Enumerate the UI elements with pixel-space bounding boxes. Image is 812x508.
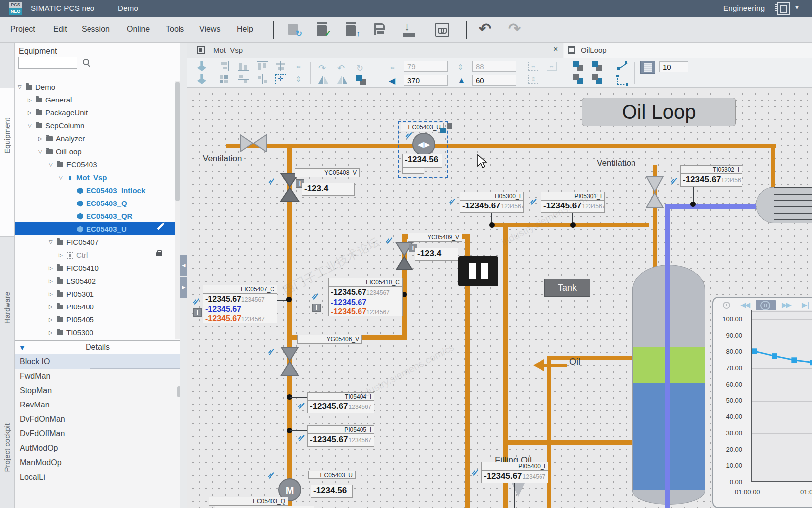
tag-label[interactable]: YC05409_V	[408, 233, 462, 242]
center-vertical-icon[interactable]	[257, 74, 268, 84]
distribute-horizontal-icon[interactable]: ⇔	[294, 61, 305, 71]
refresh-project-icon[interactable]: ↻	[287, 22, 301, 37]
rotate-left-icon[interactable]: ↶	[337, 63, 345, 74]
mode-dropdown-caret-icon[interactable]: ▼	[794, 4, 800, 10]
upload-changes-icon[interactable]: ↑	[345, 22, 359, 37]
value-readout[interactable]: -12345.671234567	[460, 200, 524, 213]
forward-button[interactable]: ▶▶	[782, 301, 790, 309]
menu-tools[interactable]: Tools	[166, 25, 184, 34]
expander-icon[interactable]: ▷	[49, 275, 57, 288]
tree-item-ec05403[interactable]: ▽EC05403	[15, 158, 175, 171]
bring-to-front-icon[interactable]	[592, 61, 602, 71]
trend-plot-area[interactable]	[751, 310, 812, 482]
value-readout[interactable]: -12345.671234567	[541, 200, 605, 213]
tag-label[interactable]: TI05302_I	[680, 165, 742, 174]
tag-label[interactable]: TI05300_I	[460, 192, 524, 200]
flip-horizontal-icon[interactable]	[337, 75, 347, 85]
send-backward-icon[interactable]	[573, 74, 583, 84]
expander-icon[interactable]: ▷	[49, 288, 57, 301]
time-range-icon[interactable]	[723, 302, 730, 309]
menu-edit[interactable]: Edit	[53, 25, 67, 34]
format-brush-icon[interactable]	[197, 74, 206, 84]
pause-button[interactable]	[458, 256, 498, 286]
expander-icon[interactable]: ▽	[38, 145, 46, 158]
expander-icon[interactable]: ▷	[49, 326, 57, 339]
value-readout[interactable]: -123.4	[415, 248, 458, 261]
sidebar-tab-hardware[interactable]: Hardware	[0, 292, 14, 356]
diagram-title[interactable]: Oil Loop	[582, 98, 736, 126]
heat-exchanger-symbol[interactable]	[756, 187, 812, 223]
expander-icon[interactable]: ▽	[49, 158, 57, 171]
fit-size-icon[interactable]: ⇔	[547, 62, 557, 71]
expander-icon[interactable]: ▷	[59, 249, 67, 262]
tab-mot-vsp[interactable]: Mot_Vsp ×	[187, 43, 563, 58]
tag-label[interactable]: YC05408_V	[295, 168, 360, 177]
center-in-view-icon[interactable]: ✛	[275, 74, 286, 84]
ventilation-label[interactable]: Ventilation	[203, 154, 242, 164]
distribute-middle-icon[interactable]	[238, 74, 249, 84]
tag-label[interactable]: PI05301_I	[541, 192, 605, 200]
tree-item-pi05400[interactable]: ▷PI05400	[15, 300, 175, 313]
tree-item-fic05407[interactable]: ▽FIC05407	[15, 235, 175, 248]
tag-label[interactable]: EC05403_U	[401, 123, 444, 131]
details-row[interactable]: LocalLi	[15, 470, 180, 484]
align-right-icon[interactable]	[219, 61, 230, 71]
multi-value-readout[interactable]: -12345.671234567 -12345.67 -12345.671234…	[328, 287, 403, 316]
send-to-back-icon[interactable]	[592, 74, 602, 84]
y-position-field[interactable]	[472, 75, 516, 86]
edit-points-icon[interactable]	[617, 76, 627, 85]
engineering-station-icon[interactable]	[777, 2, 790, 15]
project-name[interactable]: Demo	[118, 4, 138, 12]
width-field[interactable]	[404, 61, 448, 72]
tree-item-ec05403-qr[interactable]: EC05403_QR	[15, 209, 175, 222]
details-row[interactable]: DvFdOnMan	[15, 412, 180, 426]
details-row[interactable]: AutModOp	[15, 441, 180, 455]
splitter-collapse-button[interactable]: ◀	[180, 255, 187, 276]
redo-icon[interactable]: ↷	[508, 20, 521, 37]
tag-label[interactable]: YG05406_V	[297, 335, 362, 344]
value-readout[interactable]: -1234.56	[311, 485, 353, 498]
grid-toggle-button[interactable]	[640, 61, 655, 74]
expander-icon[interactable]: ▷	[49, 313, 57, 326]
sidebar-tab-equipment[interactable]: Equipment	[0, 88, 14, 237]
details-scrollbar-thumb[interactable]	[177, 386, 180, 397]
details-row[interactable]: ManModOp	[15, 455, 180, 470]
tag-label[interactable]: PI05400_I	[481, 462, 548, 470]
tree-item-general[interactable]: ▷General	[15, 93, 175, 106]
details-row[interactable]: DvFdOffMan	[15, 426, 180, 441]
search-input[interactable]	[18, 57, 77, 69]
align-grid-icon[interactable]	[219, 74, 230, 84]
check-consistency-icon[interactable]: ✓	[316, 22, 330, 37]
tag-label[interactable]: FIC05407_C	[203, 285, 277, 294]
oil-label[interactable]: Oil	[569, 357, 580, 367]
multi-value-readout[interactable]: -12345.671234567 -12345.67 -12345.671234…	[203, 294, 277, 323]
skip-to-end-button[interactable]: ▶|	[802, 301, 809, 309]
diagram-canvas[interactable]: 西门子工业技术论坛 industry.siemens.com/cs indust…	[187, 88, 812, 508]
flip-vertical-icon[interactable]	[318, 75, 328, 85]
tree-scrollbar-thumb[interactable]	[175, 82, 180, 201]
details-row[interactable]: FwdMan	[15, 369, 180, 383]
tag-label[interactable]: PI05405_I	[307, 425, 374, 434]
object-order-icon[interactable]	[356, 75, 366, 85]
menu-help[interactable]: Help	[237, 25, 253, 34]
tree-item-ec05403-u-selected[interactable]: EC05403_U	[15, 222, 175, 235]
tree-item-pi05301[interactable]: ▷PI05301	[15, 287, 175, 300]
tree-item-ec05403-q[interactable]: EC05403_Q	[15, 197, 175, 209]
details-row[interactable]: StopMan	[15, 383, 180, 398]
download-icon[interactable]: ↓	[403, 22, 417, 37]
value-readout[interactable]: -12345.671234567	[680, 174, 742, 187]
edit-pencil-icon[interactable]	[157, 224, 164, 230]
menu-views[interactable]: Views	[199, 25, 220, 34]
tree-item-mot-vsp[interactable]: ▽Mot_Vsp	[15, 171, 175, 184]
search-icon[interactable]	[83, 59, 90, 67]
valve-horizontal-icon[interactable]	[240, 134, 267, 152]
menu-session[interactable]: Session	[82, 25, 110, 34]
tree-item-packageunit[interactable]: ▷PackageUnit	[15, 106, 175, 119]
tree-item-pi05405[interactable]: ▷PI05405	[15, 313, 175, 326]
details-row[interactable]: RevMan	[15, 398, 180, 412]
align-center-icon[interactable]	[275, 61, 286, 71]
value-readout[interactable]: -12345.671234567	[307, 401, 374, 413]
align-top-icon[interactable]	[257, 61, 268, 71]
rewind-button[interactable]: ◀◀	[740, 301, 749, 309]
valve-vertical-icon[interactable]	[645, 175, 665, 209]
